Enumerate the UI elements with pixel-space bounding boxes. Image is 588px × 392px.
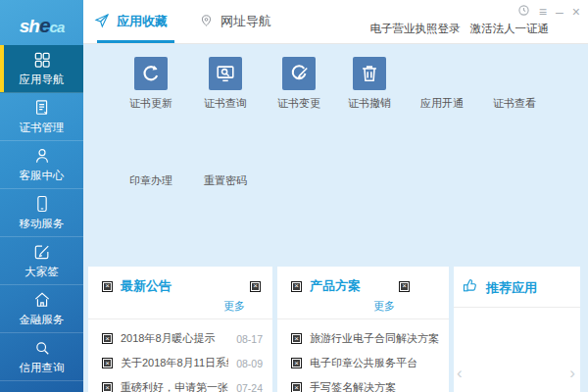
app-tile-label: 重置密码 — [204, 173, 247, 188]
sidebar-item-label: 大家签 — [24, 265, 59, 279]
search-monitor-icon — [209, 57, 242, 90]
search-icon — [32, 338, 52, 358]
ebl-login-link[interactable]: 电子营业执照登录 — [370, 22, 461, 36]
carousel-prev-arrow[interactable]: ‹ — [457, 365, 463, 381]
app-tile-cert-update[interactable]: 证书更新 — [115, 57, 187, 111]
announcements-header: × 最新公告 × — [88, 267, 272, 295]
customer-service-icon[interactable] — [517, 4, 530, 20]
sidebar-item-label: 信用查询 — [20, 361, 65, 375]
active-tab-underline — [97, 40, 174, 43]
products-more-link[interactable]: 更多 — [373, 300, 395, 312]
announcement-item[interactable]: × 2018年8月暖心提示 08-17 — [102, 326, 263, 351]
person-icon — [32, 146, 52, 166]
broken-image-icon: × — [102, 333, 113, 344]
sidebar-item-label: 证书管理 — [20, 121, 65, 135]
trash-icon — [353, 57, 386, 90]
menu-icon[interactable]: ≡ — [539, 5, 547, 19]
sidebar-item-everyone-sign[interactable]: 大家签 — [0, 237, 83, 285]
sheca-logo: sheca — [0, 6, 83, 45]
tab-label: 应用收藏 — [117, 13, 168, 30]
activate-legal-cert-link[interactable]: 激活法人一证通 — [470, 22, 550, 36]
location-pin-icon — [199, 13, 214, 30]
app-tile-app-activation[interactable]: 应用开通 — [406, 57, 478, 111]
announcements-title: 最新公告 — [121, 277, 172, 295]
app-window: sheca 应用导航 证书管理 — [0, 0, 588, 392]
products-panel: × 产品方案 × 更多 × 旅游行业电子合同解决方案 × 电子印章公共服务平台 — [277, 267, 449, 392]
missing-icon — [134, 134, 168, 168]
announcement-date: 08-17 — [236, 333, 263, 345]
announcement-date: 07-24 — [236, 382, 263, 392]
tab-label: 网址导航 — [220, 13, 271, 30]
recommended-panel: 推荐应用 ‹ › — [454, 267, 580, 392]
minimize-button[interactable]: – — [556, 5, 564, 19]
announcement-text: 重磅利好，申请第一张法人一... — [121, 380, 228, 392]
sidebar-item-customer-service[interactable]: 客服中心 — [0, 141, 83, 189]
announcement-item[interactable]: × 关于2018年8月11日系统升级... 08-09 — [102, 351, 263, 375]
app-tile-cert-view[interactable]: 证书查看 — [478, 57, 551, 111]
sidebar-item-certificate-management[interactable]: 证书管理 — [0, 93, 83, 141]
logo-text: ca — [50, 19, 65, 35]
tab-app-favorites[interactable]: 应用收藏 — [94, 0, 168, 43]
app-tile-label: 证书查询 — [204, 96, 247, 111]
app-tile-label: 证书变更 — [277, 96, 320, 111]
bank-icon — [32, 290, 52, 310]
grid-icon — [32, 50, 52, 70]
sidebar-item-app-navigation[interactable]: 应用导航 — [0, 45, 83, 93]
tab-url-navigation[interactable]: 网址导航 — [199, 0, 271, 43]
paper-plane-icon — [94, 13, 110, 31]
sidebar-item-credit-inquiry[interactable]: 信用查询 — [0, 333, 83, 381]
announcements-more-link[interactable]: 更多 — [223, 300, 245, 312]
window-controls: ≡ – × — [517, 4, 580, 20]
announcement-item[interactable]: × 重磅利好，申请第一张法人一... 07-24 — [102, 375, 263, 392]
broken-image-icon: × — [250, 281, 261, 292]
announcement-date: 08-09 — [236, 358, 263, 369]
app-tile-label: 证书撤销 — [348, 96, 391, 111]
recommended-title: 推荐应用 — [486, 279, 537, 297]
carousel-next-arrow[interactable]: › — [569, 365, 575, 381]
missing-icon — [498, 57, 531, 90]
sidebar-item-label: 移动服务 — [20, 217, 65, 231]
app-tile-reset-password[interactable]: 重置密码 — [189, 134, 262, 188]
products-header: × 产品方案 × — [277, 267, 449, 295]
announcement-text: 2018年8月暖心提示 — [121, 331, 228, 346]
product-text: 旅游行业电子合同解决方案 — [310, 331, 439, 346]
product-item[interactable]: × 手写签名解决方案 — [291, 375, 439, 392]
broken-image-icon: × — [102, 382, 113, 392]
announcements-panel: × 最新公告 × 更多 × 2018年8月暖心提示 08-17 × 关于2018… — [88, 267, 272, 392]
app-tile-label: 应用开通 — [420, 96, 464, 111]
product-item[interactable]: × 电子印章公共服务平台 — [291, 351, 439, 375]
app-tile-label: 印章办理 — [129, 173, 172, 188]
broken-image-icon: × — [291, 382, 302, 392]
logo-text: sh — [20, 16, 39, 36]
signature-icon — [32, 242, 52, 262]
sidebar-item-label: 应用导航 — [20, 73, 65, 87]
topbar: 应用收藏 网址导航 ≡ – × 电子营业执照登录 激活法 — [83, 0, 588, 44]
app-tile-label: 证书更新 — [129, 96, 172, 111]
app-tile-cert-revoke[interactable]: 证书撤销 — [333, 57, 406, 111]
broken-image-icon: × — [102, 281, 113, 292]
sidebar-item-label: 金融服务 — [20, 313, 65, 327]
sidebar-item-mobile-service[interactable]: 移动服务 — [0, 189, 83, 237]
app-tile-cert-query[interactable]: 证书查询 — [189, 57, 262, 111]
sidebar: sheca 应用导航 证书管理 — [0, 0, 83, 392]
product-text: 电子印章公共服务平台 — [310, 356, 439, 370]
logo-text: e — [39, 14, 50, 36]
products-title: 产品方案 — [310, 277, 361, 295]
edit-refresh-icon — [282, 57, 316, 90]
certificate-icon — [32, 98, 52, 118]
recommended-header: 推荐应用 — [454, 267, 580, 298]
broken-image-icon: × — [102, 358, 113, 368]
broken-image-icon: × — [399, 281, 410, 292]
announcement-text: 关于2018年8月11日系统升级... — [121, 356, 228, 370]
product-text: 手写签名解决方案 — [310, 380, 439, 392]
titlebar-links: 电子营业执照登录 激活法人一证通 — [370, 22, 550, 36]
close-button[interactable]: × — [572, 5, 580, 19]
broken-image-icon: × — [291, 358, 302, 368]
app-tile-cert-change[interactable]: 证书变更 — [263, 57, 335, 111]
broken-image-icon: × — [291, 333, 302, 344]
sidebar-item-financial-service[interactable]: 金融服务 — [0, 285, 83, 333]
main-content: 证书更新 证书查询 证书变更 — [83, 44, 588, 392]
product-item[interactable]: × 旅游行业电子合同解决方案 — [291, 326, 439, 351]
phone-icon — [32, 194, 52, 214]
app-tile-seal-processing[interactable]: 印章办理 — [115, 134, 187, 188]
